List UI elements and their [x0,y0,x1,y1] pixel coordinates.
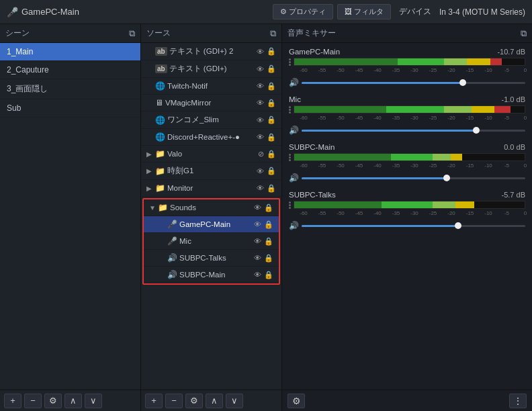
source-panel-copy-icon[interactable]: ⧉ [270,28,276,39]
source-remove-button[interactable]: − [165,394,183,408]
source-bottom-bar: + − ⚙ ∧ ∨ [141,390,282,411]
scene-item[interactable]: 1_Main [0,43,140,61]
volume-slider[interactable] [302,177,525,179]
source-eye-icon[interactable]: 👁 [257,133,264,141]
source-item[interactable]: ab テキスト (GDI+) 👁 🔒 [141,60,281,78]
source-up-button[interactable]: ∧ [206,394,223,408]
source-lock-icon[interactable]: 🔒 [267,184,276,193]
mixer-dots[interactable] [289,201,291,209]
vu-meter [294,58,525,66]
mixer-copy-icon[interactable]: ⧉ [521,28,527,39]
mixer-bottom-bar: ⚙ ⋮ [282,390,532,411]
volume-icon[interactable]: 🔊 [289,221,299,230]
source-eye-icon[interactable]: 👁 [254,271,261,279]
source-lock-icon[interactable]: 🔒 [267,82,276,91]
volume-icon[interactable]: 🔊 [289,78,299,87]
source-eye-icon[interactable]: 👁 [257,48,264,56]
source-panel-header: ソース ⧉ [141,24,281,43]
volume-slider-row: 🔊 [289,221,525,230]
source-item[interactable]: 🔊 SUBPC-Talks 👁 🔒 [144,250,279,267]
source-lock-icon[interactable]: 🔒 [264,271,273,279]
source-eye-icon[interactable]: 👁 [257,184,264,192]
mixer-body: GamePC-Main -10.7 dB -60-55-50-45-40-35-… [282,43,532,390]
source-item[interactable]: 🔊 SUBPC-Main 👁 🔒 [144,267,279,283]
mixer-gear-button[interactable]: ⚙ [287,394,305,408]
source-lock-icon[interactable]: 🔒 [267,47,276,56]
source-eye-icon[interactable]: 👁 [257,167,264,175]
source-item[interactable]: ▶ 📁 Monitor 👁 🔒 [141,180,281,197]
source-item[interactable]: 🖥 VMagicMirror 👁 🔒 [141,95,281,111]
scene-up-button[interactable]: ∧ [64,394,82,408]
scene-add-button[interactable]: + [4,394,21,408]
volume-slider[interactable] [302,130,525,132]
properties-button[interactable]: ⚙ プロパティ [273,4,333,19]
vu-meter [294,153,525,161]
app-mic-icon: 🎤 [7,7,18,17]
source-panel-title: ソース [146,28,171,39]
device-label: デバイス [399,6,431,17]
scene-panel-copy-icon[interactable]: ⧉ [129,28,135,39]
source-item[interactable]: ab テキスト (GDI+) 2 👁 🔒 [141,43,281,60]
scene-item[interactable]: Sub [0,99,140,118]
source-lock-icon[interactable]: 🔒 [267,99,276,107]
source-item[interactable]: 🌐 ワンコメ_Slim 👁 🔒 [141,111,281,129]
source-item[interactable]: ▶ 📁 時刻G1 👁 🔒 [141,163,281,180]
mixer-channel-name: SUBPC-Main [289,143,335,151]
device-value: In 3-4 (MOTU M Series) [439,7,525,17]
source-item[interactable]: 🎤 GamePC-Main 👁 🔒 [144,216,279,233]
source-lock-icon[interactable]: 🔒 [267,167,276,175]
volume-icon[interactable]: 🔊 [289,173,299,183]
source-lock-icon[interactable]: 🔒 [264,220,273,229]
source-lock-icon[interactable]: 🔒 [267,116,276,124]
source-item[interactable]: 🎤 Mic 👁 🔒 [144,233,279,250]
scene-item[interactable]: 3_画面隠し [0,79,140,99]
mixer-dots-button[interactable]: ⋮ [509,394,527,408]
top-bar-buttons: ⚙ プロパティ 🖼 フィルタ デバイス In 3-4 (MOTU M Serie… [273,4,525,19]
source-down-button[interactable]: ∨ [226,394,243,408]
source-eye-icon[interactable]: 👁 [254,254,261,262]
source-eye-icon[interactable]: 👁 [257,99,264,107]
volume-slider[interactable] [302,82,525,84]
source-eye-icon[interactable]: 👁 [257,82,264,90]
source-eye-icon[interactable]: ⊘ [258,150,264,158]
source-lock-icon[interactable]: 🔒 [267,150,276,158]
volume-icon[interactable]: 🔊 [289,126,299,135]
source-settings-button[interactable]: ⚙ [185,394,203,408]
mixer-dots[interactable] [289,58,291,66]
source-eye-icon[interactable]: 👁 [254,203,261,212]
scene-down-button[interactable]: ∨ [85,394,102,408]
source-eye-icon[interactable]: 👁 [257,116,264,124]
source-eye-icon[interactable]: 👁 [254,237,261,245]
source-item[interactable]: 🌐 Twitch-Notif 👁 🔒 [141,78,281,95]
source-add-button[interactable]: + [145,394,163,408]
app-title: GamePC-Main [21,7,79,17]
source-lock-icon[interactable]: 🔒 [267,133,276,142]
mixer-dots[interactable] [289,154,291,161]
source-lock-icon[interactable]: 🔒 [264,203,273,212]
source-eye-icon[interactable]: 👁 [257,65,264,73]
mixer-channel-row [289,201,525,209]
volume-slider[interactable] [302,225,525,227]
scene-remove-button[interactable]: − [24,394,42,408]
scene-item[interactable]: 2_Caputure [0,61,140,79]
mixer-dots[interactable] [289,106,291,113]
source-item[interactable]: ▶ 📁 Valo ⊘ 🔒 [141,146,281,163]
scene-bottom-bar: + − ⚙ ∧ ∨ [0,390,141,411]
mixer-channel-db: 0.0 dB [504,143,525,151]
source-lock-icon[interactable]: 🔒 [267,64,276,73]
source-item[interactable]: ▼ 📁 Sounds 👁 🔒 [144,199,279,216]
source-lock-icon[interactable]: 🔒 [264,237,273,246]
scene-settings-button[interactable]: ⚙ [44,394,62,408]
source-lock-icon[interactable]: 🔒 [264,254,273,263]
filter-button[interactable]: 🖼 フィルタ [337,4,391,19]
mixer-channel-row [289,153,525,161]
vu-meter [294,105,525,113]
mixer-channel-db: -5.7 dB [502,191,525,199]
vu-label-row: -60-55-50-45-40-35-30-25-20-15-10-50 [304,67,525,77]
source-item[interactable]: 🌐 Discord+Reactive+-● 👁 🔒 [141,129,281,146]
scene-list: 1_Main2_Caputure3_画面隠しSub [0,43,140,390]
source-eye-icon[interactable]: 👁 [254,220,261,228]
vu-meter [294,201,525,209]
mixer-channel-header: SUBPC-Main 0.0 dB [289,143,525,151]
vu-label-row: -60-55-50-45-40-35-30-25-20-15-10-50 [304,163,525,172]
